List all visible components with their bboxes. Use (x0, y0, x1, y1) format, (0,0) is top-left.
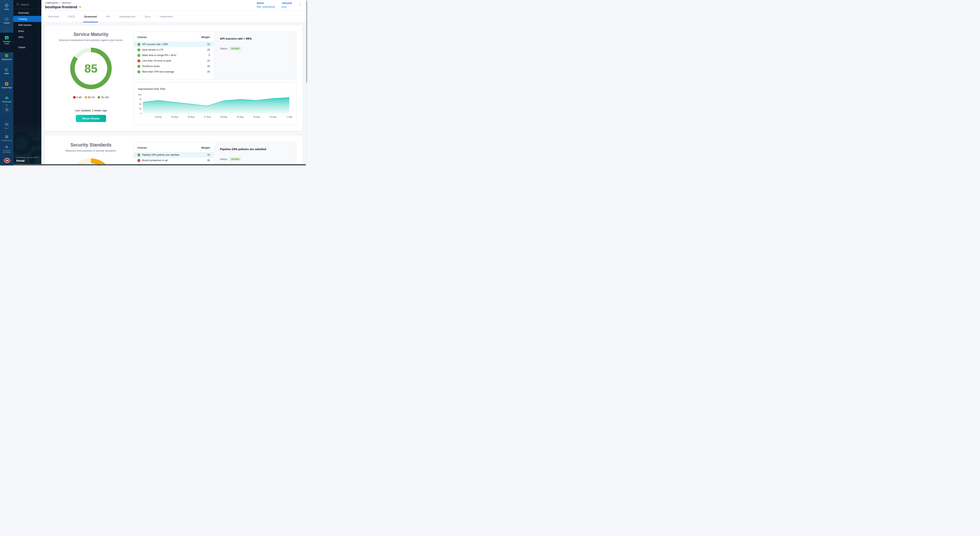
x-axis-tick-label: 27 Aug (204, 116, 211, 118)
sidebar-item-docs[interactable]: Docs (13, 28, 41, 34)
rail-item-deployments[interactable]: ∞Deployments (0, 53, 13, 60)
chevron-down-icon[interactable] (0, 103, 13, 107)
rerun-checks-button[interactable]: Rerun Checks (76, 115, 106, 122)
check-pass-icon: ✓ (137, 70, 140, 73)
maturity-summary: Service Maturity Measures development be… (45, 25, 137, 41)
rail-item-cloud-costs[interactable]: $Cloud Costs (0, 95, 13, 103)
rail-item-home[interactable]: Home (0, 3, 13, 10)
legend-item-75-100: 75-100 (98, 96, 109, 99)
vertical-scrollbar[interactable] (306, 0, 307, 165)
x-axis-tick-label: 25 Aug (171, 116, 178, 118)
y-axis-tick-label: 0 (140, 112, 142, 115)
legend-item-50-74: 50-74 (85, 96, 94, 99)
kebab-menu-icon[interactable]: ⋮ (299, 3, 302, 6)
status-badge: PASSED (230, 47, 241, 50)
check-row-api-success-rate-99[interactable]: ✓API success rate > 99%10 (134, 41, 213, 47)
check-detail-title: Pipeline OPA policies are satisfied (220, 148, 296, 151)
rail-item-feature-flags[interactable]: Feature Flags (0, 81, 13, 89)
sidebar-item-self-service[interactable]: Self service (13, 22, 41, 28)
tab-overview[interactable]: Overview (48, 11, 59, 22)
star-icon[interactable]: ★ (79, 5, 81, 9)
scorecard-subtitle: Measures development best practices agai… (45, 39, 137, 41)
rail-item-developer-portal[interactable]: Developer Portal (0, 35, 13, 45)
owner-value[interactable]: field_engineering (257, 5, 275, 8)
check-fail-icon: ✕ (137, 59, 140, 62)
sidebar-item-apis[interactable]: APIs (13, 34, 41, 40)
rail-item-account-settings[interactable]: ⚙ACCOUNT SETTINGS (0, 145, 13, 154)
check-row-branch-protection-is-set[interactable]: ✕Branch protection is set30 (134, 157, 213, 163)
help-icon: ? (5, 122, 9, 127)
rail-item-help[interactable]: ?HELP (0, 122, 13, 129)
x-axis-tick-label: 26 Aug (188, 116, 194, 118)
builds-icon (5, 67, 9, 72)
check-pass-icon: ✓ (137, 65, 140, 68)
bottom-edge-bar (13, 164, 307, 165)
last-updated-text: Last Updated: 2 weeks ago (45, 109, 137, 112)
scorecards-content: Service Maturity Measures development be… (41, 22, 307, 165)
module-rail: HM HomeProjectsDeveloper Portal∞Deployme… (0, 0, 13, 165)
main-content: COMPONENT — SERVICE boutique-frontend ★ … (41, 0, 307, 165)
check-row-less-than-1-error-in-prod[interactable]: ✕Less than 1% error in prod15 (134, 58, 213, 64)
settings-gear-icon: ⚙ (5, 145, 9, 149)
module-grid-icon (5, 108, 8, 112)
lifecycle-value[interactable]: prod (282, 5, 292, 8)
developer-portal-icon (5, 35, 9, 40)
improvement-over-time-chart: 025507510024 Aug25 Aug26 Aug27 Aug28 Aug… (134, 82, 296, 125)
security-checks-table: Checks Weight ✓Pipeline OPA policies are… (134, 142, 214, 165)
maturity-score-gauge: 85 (70, 48, 112, 89)
tab-docs[interactable]: Docs (145, 11, 151, 22)
rail-divider (4, 30, 10, 31)
status-label: Status: (220, 47, 228, 50)
legend-item-0-49: 0-49 (73, 96, 81, 99)
check-row-mean-time-to-merge-pr-48-hr[interactable]: ✓Mean time to merge PR < 48 hr5 (134, 52, 213, 58)
score-legend: 0-4950-7475-100 (45, 96, 137, 99)
sidebar-item-admin[interactable]: Admin (13, 44, 41, 50)
check-pass-icon: ✓ (137, 54, 140, 57)
owner-label[interactable]: Owner (257, 2, 275, 5)
check-fail-icon: ✕ (137, 159, 140, 162)
tab-api[interactable]: API (106, 11, 110, 22)
x-axis-tick-label: 30 Aug (253, 116, 260, 118)
x-axis-tick-label: 28 Aug (220, 116, 227, 118)
sidebar-item-catalog[interactable]: Catalog (13, 16, 41, 22)
tab-ci-cd[interactable]: CI/CD (68, 11, 75, 22)
security-summary: Security Standards Measures best practic… (45, 136, 137, 152)
cloud-costs-icon: $ (5, 95, 9, 100)
maturity-checks-table: Checks Weight ✓API success rate > 99%10✓… (134, 32, 214, 80)
entity-header: COMPONENT — SERVICE boutique-frontend ★ … (41, 0, 307, 11)
rail-item-dashboards[interactable]: DASHBOARDS (0, 135, 13, 142)
scorecard-title: Security Standards (45, 142, 137, 148)
search-input[interactable]: Search (13, 0, 41, 8)
check-row-more-than-70-test-coverage[interactable]: ✓More than 70% test coverage20 (134, 69, 213, 75)
rail-item-builds[interactable]: Builds (0, 67, 13, 75)
projects-icon (5, 17, 9, 21)
check-detail-title: API success rate > 99% (220, 37, 296, 40)
check-row-java-version-is-lts[interactable]: ✓Java version is LTS20 (134, 47, 213, 52)
weight-column-header: Weight (201, 146, 210, 149)
x-axis-tick-label: 29 Aug (237, 116, 243, 118)
check-row-techdocs-exists[interactable]: ✓TechDocs exists30 (134, 64, 213, 69)
check-row-pipeline-opa-policies-are-satisfied[interactable]: ✓Pipeline OPA policies are satisfied10 (134, 152, 213, 157)
entity-kind-kicker: COMPONENT — SERVICE (45, 2, 71, 4)
tab-dependencies[interactable]: Dependencies (119, 11, 135, 22)
y-axis-tick-label: 100 (138, 94, 142, 96)
y-axis-tick-label: 50 (139, 103, 142, 105)
status-label: Status: (220, 157, 228, 161)
search-label: Search (21, 3, 29, 6)
home-icon (5, 3, 9, 8)
rail-item-projects[interactable]: Projects (0, 17, 13, 24)
lifecycle-label[interactable]: Lifecycle (282, 2, 292, 5)
chart-area-series (143, 97, 289, 113)
entity-tabs: OverviewCI/CDScorecardAPIDependenciesDoc… (41, 11, 307, 22)
check-pass-icon: ✓ (137, 48, 140, 51)
feature-flags-icon (5, 81, 9, 86)
weight-column-header: Weight (201, 36, 210, 39)
sidebar-item-overview[interactable]: Overview (13, 10, 41, 16)
tab-kubernetes[interactable]: Kubernetes (160, 11, 173, 22)
tab-scorecard[interactable]: Scorecard (84, 11, 97, 22)
scrollbar-thumb[interactable] (306, 1, 307, 83)
module-picker-button[interactable] (4, 107, 10, 113)
svg-text:∞: ∞ (6, 54, 7, 57)
deployments-icon: ∞ (5, 53, 9, 58)
avatar[interactable]: HM (4, 158, 10, 163)
